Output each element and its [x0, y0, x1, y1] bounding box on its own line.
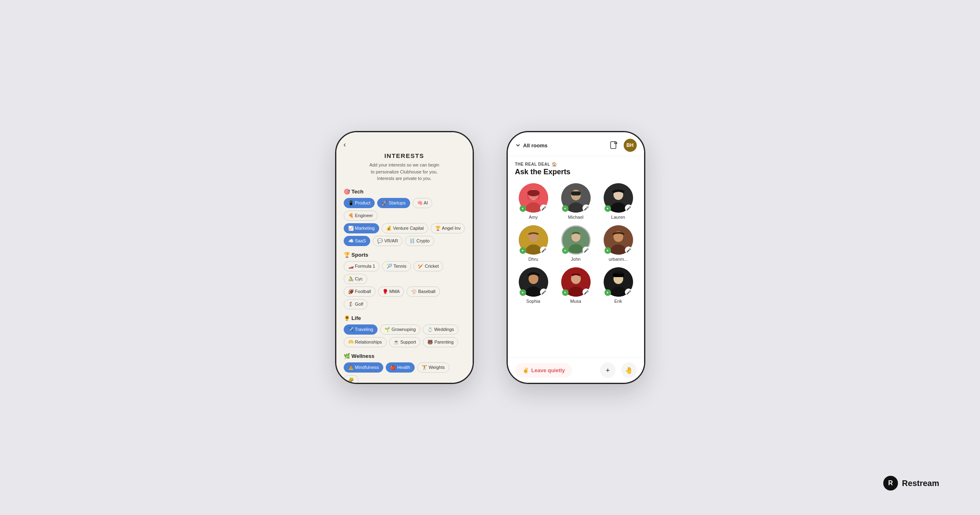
mod-badge-john: ✦	[562, 247, 569, 254]
wellness-row-1: 🧘 Mindfulness 🍎 Health 🏋️ Weights 🌽	[344, 362, 465, 383]
tag-saas[interactable]: ☁️ SaaS	[344, 236, 371, 246]
life-row-1: ✈️ Traveling 🌱 Grownuping 💍 Weddings	[344, 324, 465, 335]
tag-angel[interactable]: 🏆 Angel Inv	[431, 223, 465, 233]
mod-badge-erik: ✦	[604, 289, 611, 296]
speaker-avatar-wrap-musa: ✦ 🎤	[561, 267, 591, 297]
room-title: Ask the Experts	[515, 167, 637, 177]
tag-tennis[interactable]: 🎾 Tennis	[382, 261, 411, 271]
tag-mindfulness[interactable]: 🧘 Mindfulness	[344, 362, 384, 373]
speaker-avatar-wrap-amy: ✦ 🎤	[519, 183, 548, 213]
speaker-avatar-wrap-erik: ✦ 🎤	[604, 267, 633, 297]
footer-actions: ＋ 🤚	[600, 362, 637, 378]
tag-health[interactable]: 🍎 Health	[386, 362, 415, 373]
tag-football[interactable]: 🏈 Football	[344, 286, 376, 297]
tag-support[interactable]: ☕ Support	[389, 337, 421, 347]
page-subtitle: Add your interests so we can begin to pe…	[344, 162, 465, 182]
mod-badge-amy: ✦	[520, 205, 526, 212]
svg-rect-9	[571, 191, 581, 195]
back-button[interactable]: ‹	[344, 140, 465, 149]
mod-badge-musa: ✦	[562, 289, 569, 296]
header-actions: BH	[608, 139, 637, 152]
tag-relationships[interactable]: 🫶 Relationships	[344, 337, 387, 347]
category-tech: 🎯 Tech 📱 Product 🚀 Startups 🧠 AI 🍕 Engin…	[344, 189, 465, 246]
speaker-name-erik: Erik	[614, 299, 622, 304]
mute-badge-john: 🎤	[582, 246, 590, 254]
tag-parenting[interactable]: 🐻 Parenting	[423, 337, 458, 347]
speaker-avatar-wrap-urbanm: ✦ 🎤	[604, 225, 633, 255]
speaker-erik[interactable]: ✦ 🎤 Erik	[600, 267, 637, 304]
tag-weights[interactable]: 🏋️ Weights	[417, 362, 449, 373]
speaker-musa[interactable]: ✦ 🎤 Musa	[558, 267, 594, 304]
tag-misc[interactable]: 🌽	[344, 375, 358, 383]
category-title-wellness: 🌿 Wellness	[344, 353, 465, 359]
speaker-name-michael: Michael	[568, 215, 584, 220]
room-header: All rooms BH	[508, 132, 644, 156]
speaker-john[interactable]: ✦ 🎤 John	[558, 225, 594, 262]
restream-name: Restream	[902, 479, 939, 488]
tag-cycling[interactable]: 🚴 Cyc	[344, 274, 367, 284]
tech-row-3: ☁️ SaaS 💬 VR/AR ⛓️ Crypto	[344, 236, 465, 246]
mute-badge-sophia: 🎤	[540, 289, 547, 296]
note-icon[interactable]	[608, 140, 620, 151]
interests-screen: ‹ INTERESTS Add your interests so we can…	[336, 132, 473, 383]
speaker-amy[interactable]: ✦ 🎤 Amy	[515, 183, 552, 220]
restream-logo: R	[883, 476, 898, 491]
user-avatar[interactable]: BH	[624, 139, 637, 152]
tag-marketing[interactable]: 📈 Marketing	[344, 223, 379, 233]
mute-badge-erik: 🎤	[625, 289, 632, 296]
svg-rect-0	[611, 142, 616, 149]
leave-quietly-button[interactable]: ✌️ Leave quietly	[515, 363, 572, 377]
tag-grownuping[interactable]: 🌱 Grownuping	[380, 324, 420, 335]
speaker-avatar-wrap-sophia: ✦ 🎤	[519, 267, 548, 297]
tag-vc[interactable]: 💰 Venture Capital	[382, 223, 428, 233]
tag-weddings[interactable]: 💍 Weddings	[423, 324, 459, 335]
tag-golf[interactable]: 🏌️ Golf	[344, 299, 368, 309]
speaker-dhru[interactable]: ✦ 🎤 Dhru	[515, 225, 552, 262]
mod-badge-michael: ✦	[562, 205, 569, 212]
mute-badge-lauren: 🎤	[625, 204, 632, 212]
tag-product[interactable]: 📱 Product	[344, 198, 375, 208]
speaker-lauren[interactable]: ✦ 🎤 Lauren	[600, 183, 637, 220]
add-button[interactable]: ＋	[600, 362, 616, 378]
tag-baseball[interactable]: ⚾ Baseball	[407, 286, 440, 297]
club-emoji: 🏠	[552, 162, 557, 166]
room-screen: All rooms BH THE REAL DEAL	[508, 132, 644, 383]
room-phone: All rooms BH THE REAL DEAL	[507, 131, 645, 384]
tag-startups[interactable]: 🚀 Startups	[377, 198, 410, 208]
speaker-name-sophia: Sophia	[526, 299, 540, 304]
speaker-avatar-wrap-john: ✦ 🎤	[561, 225, 591, 255]
tag-traveling[interactable]: ✈️ Traveling	[344, 324, 378, 335]
all-rooms-nav[interactable]: All rooms	[515, 142, 548, 149]
mod-badge-lauren: ✦	[604, 205, 611, 212]
page-title: INTERESTS	[344, 152, 465, 159]
category-life: 🌻 Life ✈️ Traveling 🌱 Grownuping 💍 Weddi…	[344, 315, 465, 347]
speaker-sophia[interactable]: ✦ 🎤 Sophia	[515, 267, 552, 304]
tag-engineer[interactable]: 🍕 Engineer	[344, 211, 378, 221]
speaker-name-amy: Amy	[529, 215, 538, 220]
tag-ai[interactable]: 🧠 AI	[413, 198, 433, 208]
hand-raise-button[interactable]: 🤚	[621, 362, 637, 378]
sports-row-1: 🏎️ Formula 1 🎾 Tennis 🏏 Cricket 🚴 Cyc	[344, 261, 465, 284]
svg-rect-32	[614, 271, 622, 274]
speaker-name-musa: Musa	[570, 299, 581, 304]
leave-emoji: ✌️	[522, 367, 529, 373]
room-content: THE REAL DEAL 🏠 Ask the Experts	[508, 156, 644, 357]
restream-branding: R Restream	[883, 476, 939, 491]
tag-crypto[interactable]: ⛓️ Crypto	[405, 236, 434, 246]
chevron-down-icon	[515, 142, 521, 148]
category-title-tech: 🎯 Tech	[344, 189, 465, 195]
sports-row-2: 🏈 Football 🥊 MMA ⚾ Baseball 🏌️ Golf	[344, 286, 465, 309]
tag-vrar[interactable]: 💬 VR/AR	[373, 236, 402, 246]
tag-formula1[interactable]: 🏎️ Formula 1	[344, 261, 380, 271]
tag-mma[interactable]: 🥊 MMA	[378, 286, 404, 297]
screens-container: ‹ INTERESTS Add your interests so we can…	[335, 131, 645, 384]
category-title-sports: 🏆 Sports	[344, 252, 465, 258]
tech-row-2: 📈 Marketing 💰 Venture Capital 🏆 Angel In…	[344, 223, 465, 233]
speaker-michael[interactable]: ✦ 🎤 Michael	[558, 183, 594, 220]
mod-badge-dhru: ✦	[520, 247, 526, 254]
room-footer: ✌️ Leave quietly ＋ 🤚	[508, 357, 644, 383]
mod-badge-sophia: ✦	[520, 289, 526, 296]
speaker-urbanm[interactable]: ✦ 🎤 urbanm...	[600, 225, 637, 262]
tag-cricket[interactable]: 🏏 Cricket	[413, 261, 443, 271]
speaker-avatar-wrap-michael: ✦ 🎤	[561, 183, 591, 213]
